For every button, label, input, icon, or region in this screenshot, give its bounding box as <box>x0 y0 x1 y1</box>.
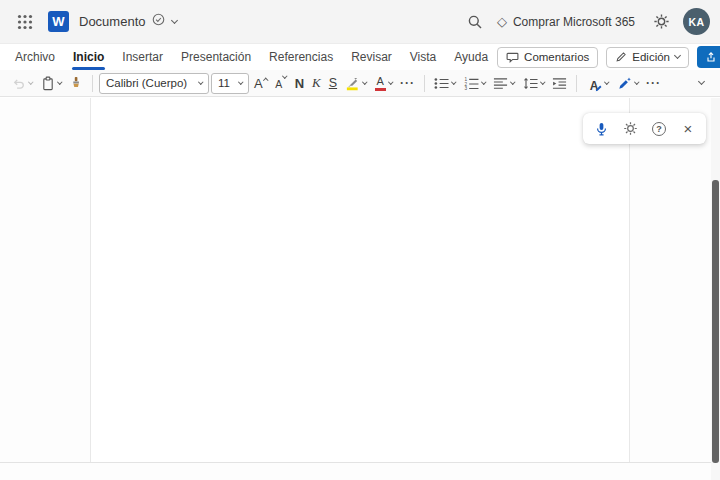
italic-button[interactable]: K <box>309 72 324 95</box>
font-name-value: Calibri (Cuerpo) <box>106 77 187 89</box>
font-color-icon: A <box>375 76 386 91</box>
tab-revisar[interactable]: Revisar <box>342 44 401 70</box>
styles-icon: A <box>586 76 602 91</box>
shrink-font-button[interactable]: A <box>272 72 290 95</box>
chevron-down-icon <box>481 79 486 84</box>
dictate-microphone-button[interactable] <box>588 116 614 142</box>
underline-button[interactable]: S <box>326 72 340 95</box>
chevron-down-icon <box>697 78 704 85</box>
word-logo-icon[interactable]: W <box>48 11 69 32</box>
tab-archivo[interactable]: Archivo <box>6 44 64 70</box>
font-name-select[interactable]: Calibri (Cuerpo) <box>99 73 209 94</box>
grow-font-button[interactable]: A <box>251 72 270 95</box>
highlighter-icon <box>345 76 360 91</box>
font-size-value: 11 <box>218 77 230 89</box>
app-launcher-icon[interactable] <box>10 7 40 37</box>
line-spacing-button[interactable] <box>520 72 548 95</box>
pencil-icon <box>615 51 627 63</box>
page-bottom-divider <box>0 462 720 463</box>
document-area <box>0 98 720 480</box>
comments-label: Comentarios <box>524 51 589 63</box>
indent-button[interactable] <box>549 72 570 95</box>
chevron-down-icon <box>238 79 243 84</box>
tab-presentacion[interactable]: Presentación <box>172 44 260 70</box>
tab-inicio[interactable]: Inicio <box>64 44 113 70</box>
chevron-down-icon <box>171 16 178 23</box>
close-icon: × <box>684 121 693 136</box>
waffle-grid-icon <box>17 14 33 30</box>
suite-header: W Documento ◇ Comprar Microsoft 365 <box>0 0 720 44</box>
dictation-close-button[interactable]: × <box>675 116 701 142</box>
tab-actions: Comentarios Edición Compartir <box>497 44 720 70</box>
highlight-color-button[interactable] <box>342 72 370 95</box>
tab-ayuda[interactable]: Ayuda <box>445 44 497 70</box>
chevron-down-icon <box>28 79 33 84</box>
gear-icon <box>653 13 670 30</box>
undo-button[interactable] <box>8 72 36 95</box>
collapse-ribbon-button[interactable] <box>690 72 712 95</box>
tab-vista[interactable]: Vista <box>401 44 445 70</box>
buy-microsoft-365-button[interactable]: ◇ Comprar Microsoft 365 <box>497 14 635 29</box>
clipboard-icon <box>41 76 55 91</box>
chevron-down-icon <box>57 79 62 84</box>
editing-mode-button[interactable]: Edición <box>606 47 689 68</box>
formatting-toolbar: Calibri (Cuerpo) 11 A A N K S <box>0 70 720 97</box>
comment-icon <box>506 51 519 64</box>
word-logo-letter: W <box>52 14 64 29</box>
svg-text:3: 3 <box>464 86 467 90</box>
bullet-list-icon <box>434 77 449 90</box>
comments-button[interactable]: Comentarios <box>497 47 598 68</box>
align-left-icon <box>493 77 508 90</box>
microphone-icon <box>594 121 609 137</box>
vertical-scrollbar-thumb[interactable] <box>712 180 719 463</box>
editor-button[interactable] <box>614 72 642 95</box>
more-toolbar-options-button[interactable]: ··· <box>643 72 664 95</box>
paste-button[interactable] <box>38 72 65 95</box>
document-title[interactable]: Documento <box>79 14 145 29</box>
dictation-toolbar: ? × <box>583 113 706 144</box>
document-title-group[interactable]: Documento <box>79 12 177 31</box>
search-button[interactable] <box>461 8 489 36</box>
chevron-down-icon <box>674 52 681 59</box>
styles-button[interactable]: A <box>583 72 612 95</box>
chevron-down-icon <box>388 79 393 84</box>
numbering-button[interactable]: 123 <box>461 72 489 95</box>
italic-label: K <box>312 75 321 91</box>
more-options-icon: ··· <box>646 76 661 90</box>
format-painter-button[interactable] <box>66 72 86 95</box>
font-color-button[interactable]: A <box>372 72 396 95</box>
numbered-list-icon: 123 <box>464 77 479 90</box>
font-size-select[interactable]: 11 <box>211 73 249 94</box>
chevron-down-icon <box>451 79 456 84</box>
more-font-options-button[interactable]: ··· <box>397 72 418 95</box>
search-icon <box>467 14 483 30</box>
bold-label: N <box>295 76 304 91</box>
toolbar-divider <box>92 75 93 92</box>
buy-label: Comprar Microsoft 365 <box>513 15 635 29</box>
line-spacing-icon <box>523 77 538 90</box>
tab-insertar[interactable]: Insertar <box>113 44 172 70</box>
saved-status-icon[interactable] <box>151 12 166 31</box>
tab-referencias[interactable]: Referencias <box>260 44 342 70</box>
indent-icon <box>552 77 567 90</box>
share-button[interactable]: Compartir <box>697 46 720 68</box>
bold-button[interactable]: N <box>292 72 307 95</box>
dictation-help-button[interactable]: ? <box>646 116 672 142</box>
toolbar-divider <box>424 75 425 92</box>
more-options-icon: ··· <box>400 76 415 90</box>
bullets-button[interactable] <box>431 72 459 95</box>
undo-icon <box>11 76 26 91</box>
format-painter-icon <box>69 76 83 91</box>
chevron-down-icon <box>634 79 639 84</box>
chevron-down-icon <box>604 79 609 84</box>
dictation-settings-button[interactable] <box>617 116 643 142</box>
chevron-down-icon <box>540 79 545 84</box>
settings-gear-button[interactable] <box>647 8 675 36</box>
align-button[interactable] <box>490 72 518 95</box>
help-icon: ? <box>652 122 666 136</box>
ribbon-tab-bar: Archivo Inicio Insertar Presentación Ref… <box>0 44 720 70</box>
underline-label: S <box>329 76 337 90</box>
toolbar-divider <box>576 75 577 92</box>
document-canvas[interactable] <box>90 98 630 462</box>
account-avatar[interactable]: KA <box>683 8 710 35</box>
